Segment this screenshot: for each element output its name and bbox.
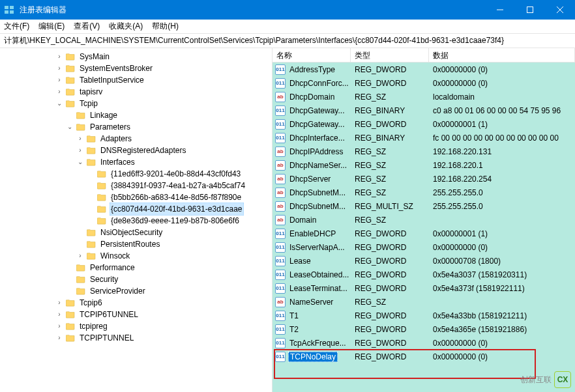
spacer-icon [86, 169, 95, 178]
folder-icon [76, 122, 86, 132]
folder-icon [65, 76, 76, 85]
tree-item[interactable]: {b5bb266b-a683-414e-8d56-f87f890e [86, 191, 272, 203]
minimize-button[interactable] [485, 0, 515, 20]
app-icon [4, 5, 14, 15]
maximize-button[interactable] [515, 0, 545, 20]
expand-icon[interactable]: › [55, 64, 64, 73]
menu-view[interactable]: 查看(V) [74, 21, 100, 32]
value-row[interactable]: 011AddressTypeREG_DWORD0x00000000 (0) [273, 63, 575, 76]
value-row[interactable]: abDhcpIPAddressREG_SZ192.168.220.131 [273, 145, 575, 158]
expand-icon[interactable]: › [55, 52, 64, 61]
value-name: Lease [288, 257, 312, 266]
string-value-icon: ab [275, 215, 286, 225]
value-row[interactable]: abDhcpSubnetM...REG_SZ255.255.255.0 [273, 186, 575, 199]
value-row[interactable]: 011DhcpGateway...REG_DWORD0x00000001 (1) [273, 117, 575, 131]
value-row[interactable]: abDhcpSubnetM...REG_MULTI_SZ255.255.255.… [273, 199, 575, 213]
value-row[interactable]: 011TCPNoDelayREG_DWORD0x00000000 (0) [273, 350, 575, 363]
tree-item[interactable]: Linkage [65, 109, 272, 121]
value-row[interactable]: 011EnableDHCPREG_DWORD0x00000001 (1) [273, 227, 575, 240]
value-data: 0x00000000 (0) [429, 243, 575, 252]
tree-item[interactable]: {3884391f-0937-4ea1-b27a-a4b5caf74 [86, 180, 272, 191]
tree-item[interactable]: ›tapisrv [55, 86, 272, 98]
tree-item-label: Interfaces [99, 156, 136, 168]
value-row[interactable]: abDhcpServerREG_SZ192.168.220.254 [273, 172, 575, 186]
tree-item[interactable]: Performance [65, 262, 272, 273]
menu-favorites[interactable]: 收藏夹(A) [109, 21, 143, 32]
expand-icon[interactable]: › [55, 76, 64, 85]
menu-file[interactable]: 文件(F) [4, 21, 29, 32]
tree-item[interactable]: {cc807d44-020f-41bd-9631-e3d1caae [86, 203, 272, 215]
tree-item[interactable]: ›DNSRegisteredAdapters [76, 145, 272, 156]
value-name: DhcpConnForc... [288, 79, 350, 88]
value-row[interactable]: 011LeaseTerminat...REG_DWORD0x5e4a373f (… [273, 281, 575, 295]
tree-item[interactable]: ⌄Tcpip [55, 98, 272, 109]
folder-icon [86, 251, 96, 260]
col-type[interactable]: 类型 [351, 48, 429, 62]
value-row[interactable]: 011IsServerNapA...REG_DWORD0x00000000 (0… [273, 240, 575, 254]
tree-item[interactable]: ›Winsock [76, 250, 272, 262]
value-name: T2 [288, 325, 300, 334]
folder-icon [86, 134, 96, 143]
value-row[interactable]: 011T2REG_DWORD0x5e4a365e (1581921886) [273, 322, 575, 336]
address-bar[interactable]: 计算机\HKEY_LOCAL_MACHINE\SYSTEM\CurrentCon… [0, 34, 575, 48]
menu-edit[interactable]: 编辑(E) [38, 21, 65, 32]
tree-item[interactable]: PersistentRoutes [76, 238, 272, 250]
address-text: 计算机\HKEY_LOCAL_MACHINE\SYSTEM\CurrentCon… [4, 35, 504, 46]
spacer-icon [65, 111, 74, 120]
value-row[interactable]: 011DhcpInterface...REG_BINARYfc 00 00 00… [273, 131, 575, 145]
menu-help[interactable]: 帮助(H) [152, 21, 179, 32]
value-name: Domain [288, 216, 317, 225]
folder-icon [86, 158, 96, 167]
tree-item[interactable]: ⌄Parameters [65, 121, 272, 133]
folder-icon [76, 275, 86, 284]
value-row[interactable]: 011DhcpGateway...REG_BINARYc0 a8 00 01 0… [273, 104, 575, 117]
registry-tree[interactable]: ›SysMain›SystemEventsBroker›TabletInputS… [0, 48, 273, 392]
expand-icon[interactable]: › [76, 134, 85, 143]
tree-item[interactable]: ›tcpipreg [55, 320, 272, 332]
folder-icon [65, 322, 76, 331]
tree-item[interactable]: {11ed6ff3-9201-4e0b-88d4-43cf0fd43 [86, 168, 272, 180]
value-row[interactable]: abDomainREG_SZ [273, 213, 575, 227]
value-row[interactable]: abNameServerREG_SZ [273, 295, 575, 309]
spacer-icon [65, 263, 74, 272]
tree-item-label: Tcpip6 [78, 297, 104, 309]
expand-icon[interactable]: › [55, 310, 64, 319]
tree-item[interactable]: ›Adapters [76, 133, 272, 145]
binary-value-icon: 011 [275, 256, 286, 266]
tree-item[interactable]: ServiceProvider [65, 285, 272, 297]
value-data: 0x00000000 (0) [429, 79, 575, 88]
value-row[interactable]: 011TcpAckFreque...REG_DWORD0x00000000 (0… [273, 336, 575, 350]
collapse-icon[interactable]: ⌄ [55, 99, 64, 108]
value-row[interactable]: 011T1REG_DWORD0x5e4a33bb (1581921211) [273, 309, 575, 322]
value-row[interactable]: 011DhcpConnForc...REG_DWORD0x00000000 (0… [273, 76, 575, 90]
collapse-icon[interactable]: ⌄ [65, 122, 74, 132]
tree-item[interactable]: Security [65, 273, 272, 285]
tree-item[interactable]: ⌄Interfaces [76, 156, 272, 168]
value-row[interactable]: abDhcpNameSer...REG_SZ192.168.220.1 [273, 158, 575, 172]
tree-item[interactable]: ›TCPIPTUNNEL [55, 332, 272, 344]
expand-icon[interactable]: › [55, 87, 64, 96]
expand-icon[interactable]: › [76, 146, 85, 155]
value-name: TcpAckFreque... [288, 339, 347, 348]
tree-item[interactable]: ›TCPIP6TUNNEL [55, 309, 272, 320]
expand-icon[interactable]: › [55, 333, 64, 343]
tree-item[interactable]: NsiObjectSecurity [76, 227, 272, 238]
close-button[interactable] [545, 0, 575, 20]
title-bar: 注册表编辑器 [0, 0, 575, 20]
tree-item[interactable]: ›TabletInputService [55, 74, 272, 86]
tree-item[interactable]: {de8e36d9-eeee-11e9-b87b-806e6f6 [86, 215, 272, 227]
value-row[interactable]: 011LeaseObtained...REG_DWORD0x5e4a3037 (… [273, 268, 575, 281]
col-name[interactable]: 名称 [273, 48, 351, 62]
collapse-icon[interactable]: ⌄ [76, 158, 85, 167]
col-data[interactable]: 数据 [429, 48, 575, 62]
value-row[interactable]: 011LeaseREG_DWORD0x00000708 (1800) [273, 254, 575, 268]
tree-item[interactable]: ›SystemEventsBroker [55, 63, 272, 74]
tree-item[interactable]: ›SysMain [55, 51, 272, 63]
expand-icon[interactable]: › [55, 298, 64, 307]
expand-icon[interactable]: › [55, 322, 64, 331]
spacer-icon [76, 228, 85, 237]
expand-icon[interactable]: › [76, 251, 85, 260]
string-value-icon: ab [275, 174, 286, 184]
tree-item[interactable]: ›Tcpip6 [55, 297, 272, 309]
value-row[interactable]: abDhcpDomainREG_SZlocaldomain [273, 90, 575, 104]
